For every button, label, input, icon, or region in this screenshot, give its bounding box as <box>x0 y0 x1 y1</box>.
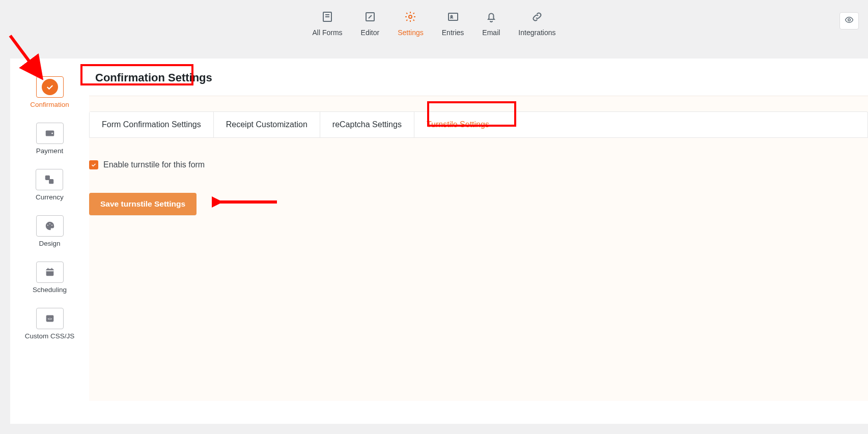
sidebar-item-scheduling[interactable]: Scheduling <box>33 262 67 294</box>
main-panel: Confirmation Payment Currency Design Sch… <box>10 59 868 424</box>
palette-icon <box>36 215 64 237</box>
bell-icon <box>484 9 499 24</box>
contact-card-icon <box>445 9 461 24</box>
link-icon <box>529 9 545 24</box>
nav-label: Settings <box>398 28 424 37</box>
settings-panel: Form Confirmation Settings Receipt Custo… <box>89 96 868 401</box>
calendar-icon <box>36 262 64 283</box>
svg-point-9 <box>51 133 53 134</box>
svg-rect-10 <box>45 176 50 180</box>
code-icon: <> <box>36 308 64 329</box>
save-turnstile-button[interactable]: Save turnstile Settings <box>89 193 197 215</box>
svg-point-6 <box>451 16 452 17</box>
enable-turnstile-label: Enable turnstile for this form <box>103 160 205 169</box>
nav-label: Integrations <box>518 28 555 37</box>
svg-rect-11 <box>49 179 54 184</box>
sidebar-item-label: Payment <box>36 147 63 155</box>
svg-rect-15 <box>46 269 53 276</box>
preview-button[interactable] <box>839 12 859 30</box>
svg-text:<>: <> <box>47 316 52 321</box>
tab-recaptcha[interactable]: reCaptcha Settings <box>320 112 414 137</box>
svg-point-12 <box>47 225 48 226</box>
sidebar-item-label: Custom CSS/JS <box>25 332 75 340</box>
svg-point-7 <box>848 19 851 21</box>
wallet-icon <box>36 123 64 144</box>
nav-all-forms[interactable]: All Forms <box>312 9 342 37</box>
eye-icon <box>845 15 854 26</box>
check-circle-icon <box>42 79 58 95</box>
sidebar-item-design[interactable]: Design <box>36 215 64 247</box>
sidebar-item-label: Design <box>39 240 60 247</box>
nav-entries[interactable]: Entries <box>442 9 464 37</box>
nav-label: Email <box>482 28 500 37</box>
document-icon <box>320 9 335 24</box>
svg-point-4 <box>409 15 412 18</box>
nav-label: Editor <box>361 28 380 37</box>
tab-turnstile[interactable]: Turnstile Settings <box>414 112 501 137</box>
nav-integrations[interactable]: Integrations <box>518 9 555 37</box>
sidebar-item-label: Currency <box>36 193 64 201</box>
settings-tabs: Form Confirmation Settings Receipt Custo… <box>89 111 868 138</box>
page-title: Confirmation Settings <box>89 59 868 96</box>
nav-email[interactable]: Email <box>482 9 500 37</box>
settings-sidebar: Confirmation Payment Currency Design Sch… <box>10 59 89 424</box>
translate-icon <box>36 169 63 190</box>
svg-rect-5 <box>449 13 458 20</box>
svg-point-13 <box>49 223 50 224</box>
tab-form-confirmation[interactable]: Form Confirmation Settings <box>90 112 214 137</box>
sidebar-item-label: Scheduling <box>33 286 67 294</box>
nav-label: Entries <box>442 28 464 37</box>
nav-label: All Forms <box>312 28 342 37</box>
nav-editor[interactable]: Editor <box>361 9 380 37</box>
sidebar-item-label: Confirmation <box>30 101 69 108</box>
tab-receipt-customization[interactable]: Receipt Customization <box>214 112 320 137</box>
nav-settings[interactable]: Settings <box>398 9 424 37</box>
sidebar-item-confirmation[interactable]: Confirmation <box>30 76 69 108</box>
top-nav: All Forms Editor Settings Entries Email <box>0 0 868 59</box>
sidebar-item-payment[interactable]: Payment <box>36 123 64 155</box>
gear-icon <box>403 9 418 24</box>
content-area: Confirmation Settings Form Confirmation … <box>89 59 868 424</box>
sidebar-item-currency[interactable]: Currency <box>36 169 64 201</box>
pencil-square-icon <box>362 9 378 24</box>
sidebar-item-custom-css-js[interactable]: <> Custom CSS/JS <box>25 308 75 340</box>
enable-turnstile-checkbox[interactable] <box>89 160 98 169</box>
svg-point-14 <box>51 225 52 226</box>
